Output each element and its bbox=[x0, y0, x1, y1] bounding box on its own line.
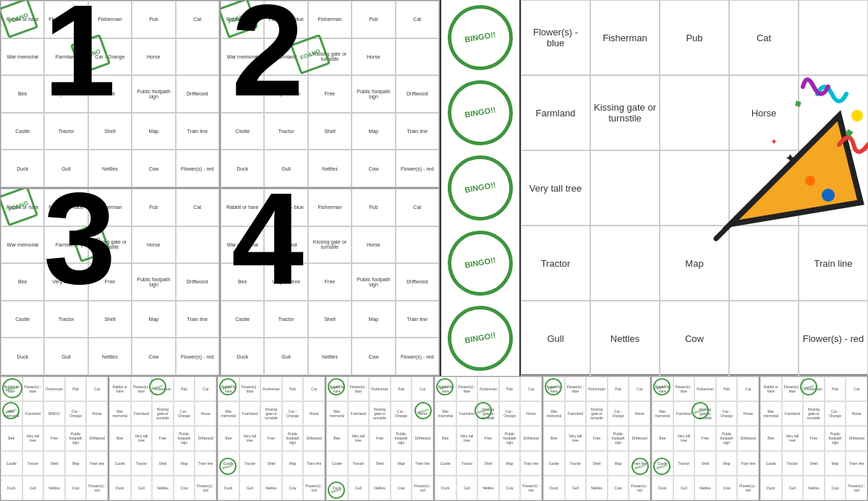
cell: Farmland bbox=[264, 226, 307, 264]
mini-cell: War memorial bbox=[326, 401, 348, 426]
cell: Public footpath sign bbox=[132, 263, 175, 301]
bingo-stamp-war: BINGO!! bbox=[443, 75, 518, 150]
mini-cell: Public footpath sign bbox=[825, 426, 846, 450]
mini-cell: Nettles bbox=[152, 476, 174, 500]
mini-cell: Duck bbox=[435, 476, 456, 500]
mini-cell: Castle bbox=[1, 451, 22, 476]
mini-cell: Castle bbox=[109, 451, 131, 476]
mini-cell: Rabbit or hare bbox=[109, 377, 131, 401]
mini-cell: Train line bbox=[520, 451, 542, 476]
mini-cell: Castle bbox=[218, 451, 239, 476]
cell: Pub bbox=[132, 189, 175, 226]
cell: Gull bbox=[264, 150, 307, 187]
mini-cell: Farmland bbox=[22, 401, 44, 426]
cell: Bee bbox=[221, 263, 264, 301]
mini-cell: Fisherman bbox=[477, 377, 499, 401]
cell: Public footpath sign bbox=[352, 263, 395, 301]
mini-cell: Duck bbox=[543, 476, 565, 500]
mini-card-2: BINGO!! Rabbit or hare Flower(s) - blue … bbox=[109, 376, 217, 501]
mini-cell: Tractor bbox=[782, 451, 804, 476]
right-cell: Cat bbox=[729, 0, 799, 75]
mini-cell: Train line bbox=[629, 451, 650, 476]
mini-cell: BINGO bbox=[43, 401, 65, 426]
cell: Pub bbox=[132, 1, 175, 38]
right-cell bbox=[729, 150, 799, 226]
mini-cell: Driftwood bbox=[86, 426, 108, 450]
mini-cell: Duck bbox=[326, 476, 348, 500]
cell: Farmland bbox=[44, 38, 88, 76]
mini-cell: Gull bbox=[456, 476, 478, 500]
mini-cell: Pub bbox=[716, 377, 738, 401]
mini-cell: Very tall tree bbox=[348, 426, 370, 450]
cell: Flower(s) - blue bbox=[44, 1, 88, 38]
mini-cell: Duck bbox=[652, 476, 673, 500]
cell: Public footpath sign bbox=[352, 75, 395, 113]
mini-cell: Map bbox=[174, 451, 195, 476]
mini-cell: Fisherman bbox=[43, 377, 65, 401]
cell: Cow bbox=[352, 150, 395, 187]
main-area: 1 2 3 4 FO&NO FO&NO Rabbit or hare Flowe… bbox=[0, 0, 868, 376]
mini-cell: War memorial bbox=[109, 401, 131, 426]
cell: Very tall tree bbox=[264, 263, 307, 301]
mini-cell: Flower(s) - red bbox=[303, 476, 325, 500]
mini-cell: Tractor bbox=[673, 451, 695, 476]
mini-cell: Bee bbox=[326, 426, 348, 450]
cell: Very tall tree bbox=[264, 75, 307, 113]
mini-cell: Public footpath sign bbox=[499, 426, 521, 450]
cell: Train line bbox=[396, 113, 439, 150]
right-cell: Farmland bbox=[521, 75, 590, 150]
mini-cell: Castle bbox=[435, 451, 456, 476]
mini-card-1: BINGO!! BINGO!! Rabbit or hare Flower(s)… bbox=[0, 376, 109, 501]
mini-cell: Flower(s) - blue bbox=[131, 377, 153, 401]
mini-cell: Very tall tree bbox=[782, 426, 804, 450]
cell: Flower(s) - blue bbox=[264, 1, 307, 38]
mini-cell: Castle bbox=[326, 451, 348, 476]
bingo-card-2: FO&NO FO&NO Rabbit or hare Flower(s) - b… bbox=[220, 0, 440, 188]
mini-cell: Public footpath sign bbox=[282, 426, 304, 450]
cell: Castle bbox=[1, 113, 44, 150]
mini-cell: Tractor bbox=[565, 451, 587, 476]
mini-cell: Car - Orange bbox=[716, 401, 738, 426]
mini-cell: Flower(s) - blue bbox=[782, 377, 804, 401]
mini-cell: Horse bbox=[629, 401, 650, 426]
mini-cell: Public footpath sign bbox=[716, 426, 738, 450]
cell: Bee bbox=[221, 75, 264, 113]
mini-cell: Kissing gate or turnstile bbox=[369, 401, 391, 426]
cell: Fisherman bbox=[88, 189, 132, 226]
right-cell: Very tall tree bbox=[521, 150, 590, 226]
mini-cell: Bee bbox=[109, 426, 131, 450]
mini-cell: Kissing gate or turnstile bbox=[477, 401, 499, 426]
cell: Castle bbox=[1, 301, 44, 338]
mini-cell: Driftwood bbox=[412, 426, 433, 450]
mini-cell: Map bbox=[499, 451, 521, 476]
mini-cell: Map bbox=[282, 451, 304, 476]
mini-cell: Very tall tree bbox=[673, 426, 695, 450]
cell: Cat bbox=[396, 1, 439, 38]
mini-cell: Gull bbox=[673, 476, 695, 500]
mini-cell: Map bbox=[608, 451, 629, 476]
right-cell bbox=[799, 75, 868, 150]
right-cell bbox=[799, 0, 868, 75]
mini-cell: Duck bbox=[760, 476, 782, 500]
cell: Fisherman bbox=[88, 1, 132, 38]
cell: Flower(s) - blue bbox=[44, 189, 88, 226]
right-cell: Map bbox=[660, 226, 729, 301]
mini-cell: Train line bbox=[195, 451, 216, 476]
mini-cell: Public footpath sign bbox=[608, 426, 629, 450]
mini-cell: Farmland bbox=[456, 401, 478, 426]
mini-cell: War memorial bbox=[435, 401, 456, 426]
right-cell: Kissing gate or turnstile bbox=[590, 75, 660, 150]
mini-cell: Rabbit or hare bbox=[760, 377, 782, 401]
mini-cell: Train line bbox=[737, 451, 759, 476]
left-section: 1 2 3 4 FO&NO FO&NO Rabbit or hare Flowe… bbox=[0, 0, 441, 376]
mini-cell: Tractor bbox=[239, 451, 261, 476]
cell: Kissing gate or turnstile bbox=[88, 226, 132, 264]
cell: Rabbit or hare bbox=[221, 1, 264, 38]
right-cell: Driftwood bbox=[799, 150, 868, 226]
cell: Kissing gate or turnstile bbox=[308, 38, 352, 76]
mini-cell: Flower(s) - blue bbox=[456, 377, 478, 401]
mini-cell: Farmland bbox=[673, 401, 695, 426]
mini-cell: Farmland bbox=[131, 401, 153, 426]
mini-cell: Flower(s) - red bbox=[520, 476, 542, 500]
mini-cell: Nettles bbox=[803, 476, 825, 500]
